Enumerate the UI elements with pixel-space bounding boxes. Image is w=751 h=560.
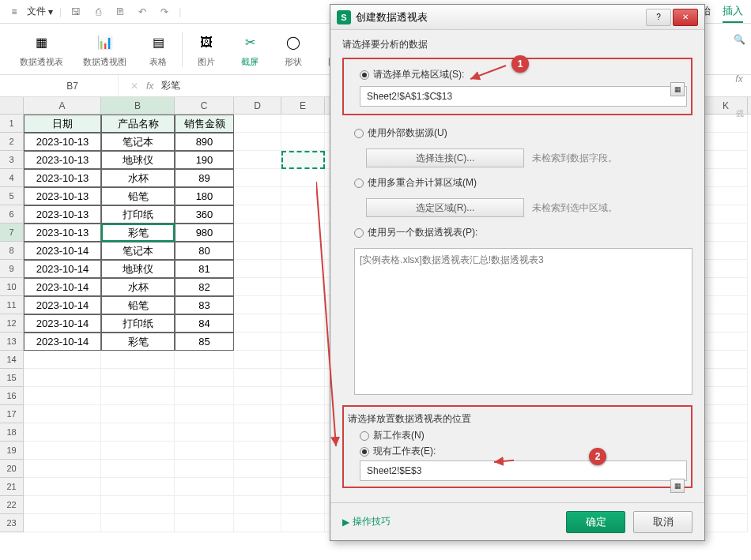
pivot-list[interactable]: [实例表格.xlsx]数据透视表汇总!数据透视表3	[354, 248, 693, 395]
cell[interactable]	[24, 514, 101, 532]
cell[interactable]: 81	[175, 260, 234, 278]
row-header[interactable]: 4	[0, 169, 24, 187]
location-picker-button[interactable]: ▦	[670, 479, 685, 493]
save-icon[interactable]: 🖫	[68, 4, 84, 20]
cell[interactable]	[704, 187, 748, 205]
cell[interactable]	[281, 260, 325, 278]
select-area-button[interactable]: 选定区域(R)...	[366, 198, 524, 217]
undo-icon[interactable]: ↶	[134, 4, 150, 20]
radio-multi-consolidate[interactable]: 使用多重合并计算区域(M)	[354, 176, 693, 190]
cell[interactable]	[175, 423, 234, 442]
cell[interactable]: 190	[175, 151, 234, 169]
cell[interactable]: 360	[175, 205, 234, 224]
cell[interactable]: 水杯	[101, 278, 175, 296]
cell[interactable]	[24, 423, 101, 442]
radio-another-pivot[interactable]: 使用另一个数据透视表(P):	[354, 226, 693, 239]
fx-icon[interactable]: fx	[731, 71, 747, 87]
cell[interactable]	[101, 514, 175, 532]
cell[interactable]: 2023-10-13	[24, 224, 101, 242]
cell[interactable]: 2023-10-13	[24, 151, 101, 169]
cell[interactable]	[704, 115, 748, 133]
cell[interactable]	[175, 387, 234, 405]
row-header[interactable]: 23	[0, 514, 24, 532]
cancel-button[interactable]: 取消	[633, 511, 693, 533]
cell[interactable]: 铅笔	[101, 296, 175, 314]
cell[interactable]	[281, 133, 325, 151]
preview-icon[interactable]: 🖹	[112, 4, 128, 20]
row-header[interactable]: 13	[0, 333, 24, 351]
row-header[interactable]: 8	[0, 242, 24, 260]
cell[interactable]: 80	[175, 242, 234, 260]
cell[interactable]: 2023-10-14	[24, 296, 101, 314]
cell[interactable]	[704, 314, 748, 333]
row-header[interactable]: 10	[0, 278, 24, 296]
cell[interactable]	[101, 405, 175, 423]
cell[interactable]	[704, 278, 748, 296]
cell[interactable]	[704, 151, 748, 169]
cell[interactable]	[24, 387, 101, 405]
cell[interactable]	[234, 260, 281, 278]
cell[interactable]: 83	[175, 296, 234, 314]
cell[interactable]: 89	[175, 169, 234, 187]
cell[interactable]	[704, 224, 748, 242]
cell[interactable]	[234, 423, 281, 442]
cell[interactable]	[175, 460, 234, 478]
row-header[interactable]: 5	[0, 187, 24, 205]
tips-link[interactable]: ▶ 操作技巧	[342, 515, 391, 528]
cell[interactable]	[234, 351, 281, 369]
cell[interactable]	[704, 296, 748, 314]
row-header[interactable]: 6	[0, 205, 24, 224]
cell[interactable]	[281, 278, 325, 296]
cell[interactable]	[101, 478, 175, 496]
cell[interactable]: 2023-10-14	[24, 333, 101, 351]
cell[interactable]	[281, 460, 325, 478]
fx-icon[interactable]: fx	[146, 81, 153, 92]
row-header[interactable]: 11	[0, 296, 24, 314]
cell[interactable]	[704, 460, 748, 478]
file-menu[interactable]: 文件 ▾	[27, 5, 53, 18]
location-input[interactable]: Sheet2!$E$3	[360, 460, 687, 481]
help-button[interactable]: ?	[646, 9, 671, 26]
row-header[interactable]: 2	[0, 133, 24, 151]
radio-new-sheet[interactable]: 新工作表(N)	[360, 429, 687, 442]
cell[interactable]	[175, 442, 234, 460]
row-header[interactable]: 14	[0, 351, 24, 369]
cell[interactable]	[281, 514, 325, 532]
cell[interactable]	[281, 314, 325, 333]
row-header[interactable]: 12	[0, 314, 24, 333]
cell[interactable]	[101, 496, 175, 514]
cell[interactable]	[281, 369, 325, 387]
cell[interactable]	[281, 478, 325, 496]
cell[interactable]	[704, 169, 748, 187]
menu-icon[interactable]: ≡	[8, 6, 21, 18]
cell[interactable]	[234, 224, 281, 242]
ribbon-screenshot[interactable]: ✂ 截屏	[230, 31, 270, 68]
cell[interactable]	[234, 333, 281, 351]
row-header[interactable]: 16	[0, 387, 24, 405]
cell[interactable]	[234, 460, 281, 478]
cell[interactable]	[234, 133, 281, 151]
cell[interactable]	[281, 242, 325, 260]
cell[interactable]	[24, 351, 101, 369]
cell[interactable]: 产品名称	[101, 115, 175, 133]
cell[interactable]	[175, 369, 234, 387]
cell[interactable]: 180	[175, 187, 234, 205]
cell[interactable]	[24, 478, 101, 496]
row-header[interactable]: 21	[0, 478, 24, 496]
col-header-d[interactable]: D	[234, 97, 281, 114]
cell[interactable]	[704, 496, 748, 514]
cell[interactable]	[281, 224, 325, 242]
cell[interactable]: 地球仪	[101, 151, 175, 169]
cell[interactable]	[101, 442, 175, 460]
cell[interactable]: 2023-10-13	[24, 169, 101, 187]
cell[interactable]	[24, 496, 101, 514]
cell[interactable]	[175, 351, 234, 369]
cell[interactable]	[101, 369, 175, 387]
row-header[interactable]: 3	[0, 151, 24, 169]
cell[interactable]	[234, 387, 281, 405]
row-header[interactable]: 18	[0, 423, 24, 442]
cell[interactable]	[704, 387, 748, 405]
row-header[interactable]: 19	[0, 442, 24, 460]
cell[interactable]: 980	[175, 224, 234, 242]
cell[interactable]: 笔记本	[101, 133, 175, 151]
